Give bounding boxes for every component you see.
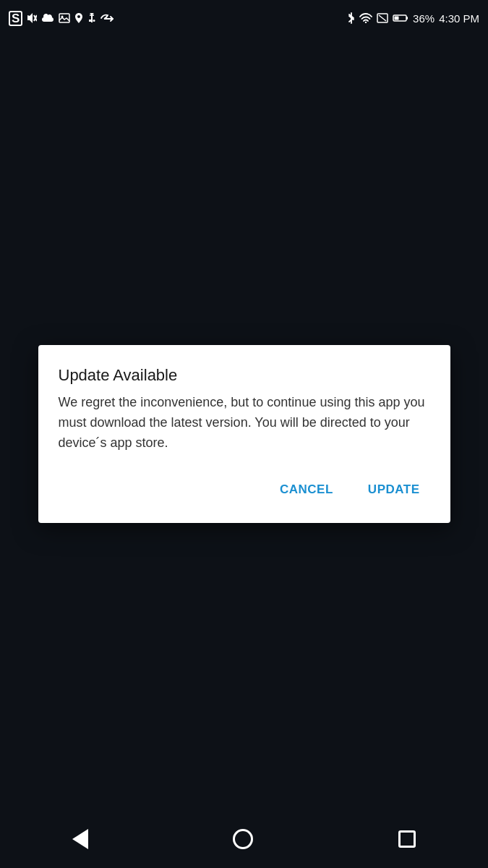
cloud-icon (41, 13, 54, 23)
battery-icon (393, 14, 408, 22)
usb-icon (87, 12, 96, 24)
home-button[interactable] (233, 829, 253, 849)
status-bar-right-icons: 36% 4:30 PM (348, 12, 479, 25)
recents-button[interactable] (398, 830, 416, 848)
cancel-button[interactable]: CANCEL (270, 475, 343, 504)
back-icon (72, 829, 88, 849)
recents-icon (398, 830, 416, 848)
svg-point-11 (365, 22, 367, 23)
svg-marker-0 (27, 13, 33, 23)
no-signal-icon (377, 13, 388, 23)
skype-icon: S (9, 11, 22, 26)
svg-point-8 (93, 20, 95, 22)
dialog-overlay: Update Available We regret the inconveni… (0, 0, 488, 868)
update-button[interactable]: UPDATE (358, 475, 430, 504)
dialog-actions: CANCEL UPDATE (59, 475, 430, 510)
time-display: 4:30 PM (439, 12, 479, 25)
swift-icon (100, 13, 114, 23)
bluetooth-icon (348, 12, 355, 24)
dialog-title: Update Available (59, 365, 430, 386)
wifi-icon (359, 13, 372, 23)
location-icon (74, 12, 83, 24)
navigation-bar (0, 810, 488, 868)
update-dialog: Update Available We regret the inconveni… (38, 345, 450, 523)
svg-line-13 (379, 15, 386, 21)
image-icon (59, 13, 70, 23)
svg-rect-15 (395, 17, 399, 20)
svg-rect-16 (406, 17, 408, 20)
status-bar: S (0, 0, 488, 36)
home-icon (233, 829, 253, 849)
battery-percentage: 36% (413, 12, 435, 25)
svg-rect-7 (89, 20, 91, 22)
status-bar-left-icons: S (9, 11, 114, 26)
muted-icon (27, 12, 37, 24)
dialog-message: We regret the inconvenience, but to cont… (59, 393, 430, 454)
back-button[interactable] (72, 829, 88, 849)
